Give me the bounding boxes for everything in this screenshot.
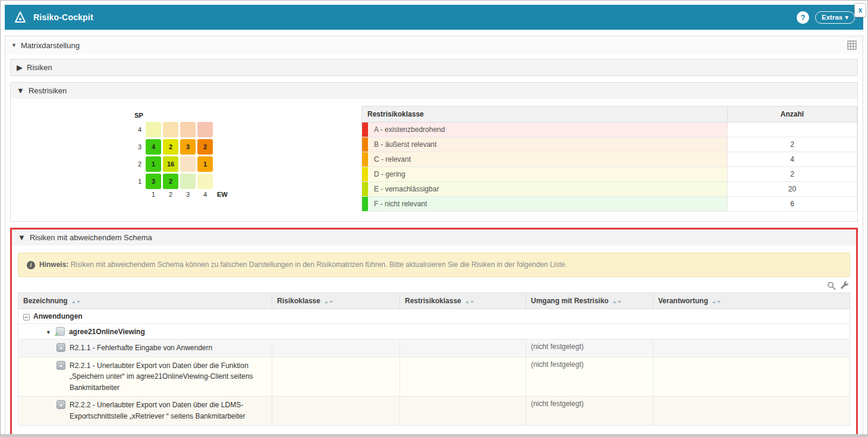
matrix-x-tick: 1 <box>146 191 161 198</box>
risk-restrisikoklasse <box>400 339 526 357</box>
column-header-verantwortung[interactable]: Verantwortung <box>653 293 850 309</box>
column-header-restrisikoklasse[interactable]: Restrisikoklasse <box>400 293 526 309</box>
class-color-marker <box>362 152 368 166</box>
class-count: 2 <box>728 167 857 182</box>
risk-item-icon: ▲ <box>56 343 65 352</box>
app-window: Risiko-Cockpit ? Extras ▾ x ▼ Matrixdars… <box>0 0 868 437</box>
risk-risikoklasse <box>272 357 400 397</box>
matrix-cell[interactable]: 3 <box>146 174 161 189</box>
extras-button[interactable]: Extras ▾ <box>815 11 855 24</box>
table-row: E - vernachlässigbar 20 <box>362 182 857 197</box>
class-label: B - äußerst relevant <box>374 140 436 149</box>
section-title: Risiken mit abweichendem Schema <box>30 233 152 242</box>
matrix-row: 1 3 2 <box>132 174 361 189</box>
risk-umgang: (nicht festgelegt) <box>526 357 653 397</box>
subgroup-label: agree21OnlineViewing <box>69 328 145 336</box>
matrix-cell[interactable]: 2 <box>197 139 213 155</box>
risk-name: R2.1.1 - Fehlerhafte Eingabe von Anwende… <box>70 342 212 354</box>
table-row: B - äußerst relevant 2 <box>362 137 857 152</box>
section-matrixdarstellung: ▼ Matrixdarstellung ▶ Risiken ▼ Restr <box>5 36 863 437</box>
matrix-cell[interactable]: 3 <box>180 139 196 155</box>
hint-banner: i Hinweis: Risiken mit abweichendem Sche… <box>18 253 850 277</box>
table-row: D - gering 2 <box>362 167 857 182</box>
class-count: 2 <box>728 137 857 152</box>
matrix-cell[interactable] <box>180 122 196 137</box>
matrix-cell[interactable] <box>197 122 213 137</box>
risk-row[interactable]: ▲R2.2.1 - Unerlaubter Export von Daten ü… <box>18 357 850 397</box>
section-title: Matrixdarstellung <box>21 41 80 50</box>
class-color-marker <box>362 197 368 211</box>
subgroup-row-agree21onlineviewing[interactable]: ▼✓agree21OnlineViewing <box>18 324 850 339</box>
matrix-cell[interactable]: 16 <box>163 156 178 172</box>
risk-verantwortung <box>653 397 850 425</box>
class-count: 20 <box>728 182 857 197</box>
grid-view-icon[interactable] <box>847 40 857 50</box>
hint-label: Hinweis: <box>39 260 68 269</box>
risk-umgang: (nicht festgelegt) <box>526 339 653 357</box>
column-header-umgang[interactable]: Umgang mit Restrisiko <box>526 293 653 309</box>
matrix-row: 2 1 16 1 <box>132 156 361 172</box>
column-header-anzahl: Anzahl <box>728 106 857 122</box>
caret-down-icon: ▾ <box>845 13 848 21</box>
highlight-border: ▼ Risiken mit abweichendem Schema i Hinw… <box>10 228 858 437</box>
risk-verantwortung <box>653 357 850 397</box>
matrix-cell[interactable]: 1 <box>146 156 161 172</box>
check-icon: ✓ <box>54 331 59 338</box>
section-risiken: ▶ Risiken <box>10 59 858 76</box>
table-row: F - nicht relevant 6 <box>362 197 857 212</box>
sort-icon <box>72 301 80 303</box>
app-header: Risiko-Cockpit ? Extras ▾ <box>5 5 863 30</box>
app-logo-icon <box>13 10 27 24</box>
collapse-subgroup-icon[interactable]: ▼ <box>46 329 51 335</box>
section-header-risiken[interactable]: ▶ Risiken <box>11 59 857 76</box>
matrix-cell[interactable] <box>197 174 213 189</box>
risk-item-icon: ▲ <box>56 361 65 370</box>
risk-matrix-pane: SP 4 3 4 2 <box>11 106 361 212</box>
section-header-schema[interactable]: ▼ Risiken mit abweichendem Schema <box>12 229 856 246</box>
risk-row[interactable]: ▲R2.1.1 - Fehlerhafte Eingabe von Anwend… <box>18 339 850 357</box>
sort-icon <box>466 301 474 303</box>
matrix-x-axis: 1 2 3 4 EW <box>132 191 361 198</box>
matrix-cell[interactable] <box>146 122 161 137</box>
class-count: 4 <box>728 152 857 167</box>
class-count: 6 <box>728 197 857 212</box>
section-title: Risiken <box>27 63 52 72</box>
matrix-y-tick: 4 <box>132 126 141 133</box>
extras-label: Extras <box>822 14 842 21</box>
risk-umgang: (nicht festgelegt) <box>526 397 653 425</box>
class-color-marker <box>362 167 368 181</box>
section-header-matrixdarstellung[interactable]: ▼ Matrixdarstellung <box>5 36 863 54</box>
close-button[interactable]: x <box>854 3 866 17</box>
matrix-y-axis-label: SP <box>132 112 146 119</box>
matrix-x-tick: 3 <box>180 191 196 198</box>
matrix-y-tick: 2 <box>132 161 141 168</box>
help-button[interactable]: ? <box>797 11 809 24</box>
table-row: A - existenzbedrohend <box>362 122 857 137</box>
matrix-x-axis-label: EW <box>217 191 228 198</box>
risk-row[interactable]: ▲R2.2.2 - Unerlaubter Export von Daten ü… <box>18 397 850 425</box>
column-header-bezeichnung[interactable]: Bezeichnung <box>18 293 272 309</box>
group-row-anwendungen[interactable]: −Anwendungen <box>18 309 850 324</box>
matrix-cell[interactable]: 2 <box>163 139 178 155</box>
matrix-cell[interactable]: 4 <box>146 139 161 155</box>
risk-verantwortung <box>653 339 850 357</box>
sort-icon <box>712 301 721 303</box>
risk-restrisikoklasse <box>400 357 526 397</box>
matrix-cell[interactable]: 2 <box>163 174 178 189</box>
matrix-cell[interactable] <box>163 122 178 137</box>
section-header-restrisiken[interactable]: ▼ Restrisiken <box>11 83 857 99</box>
matrix-cell[interactable] <box>180 156 196 172</box>
class-color-marker <box>362 137 368 152</box>
class-label: E - vernachlässigbar <box>374 185 439 193</box>
class-label: F - nicht relevant <box>374 200 427 208</box>
table-toolbar <box>18 279 850 293</box>
matrix-y-tick: 1 <box>132 178 141 185</box>
matrix-cell[interactable]: 1 <box>197 156 213 172</box>
matrix-cell[interactable] <box>180 174 196 189</box>
wrench-icon[interactable] <box>840 281 849 290</box>
collapse-collapsed-icon: ▶ <box>17 63 23 72</box>
search-icon[interactable] <box>827 281 836 290</box>
column-header-risikoklasse[interactable]: Risikoklasse <box>272 293 400 309</box>
sort-icon <box>613 301 621 303</box>
collapse-group-icon[interactable]: − <box>23 314 30 320</box>
